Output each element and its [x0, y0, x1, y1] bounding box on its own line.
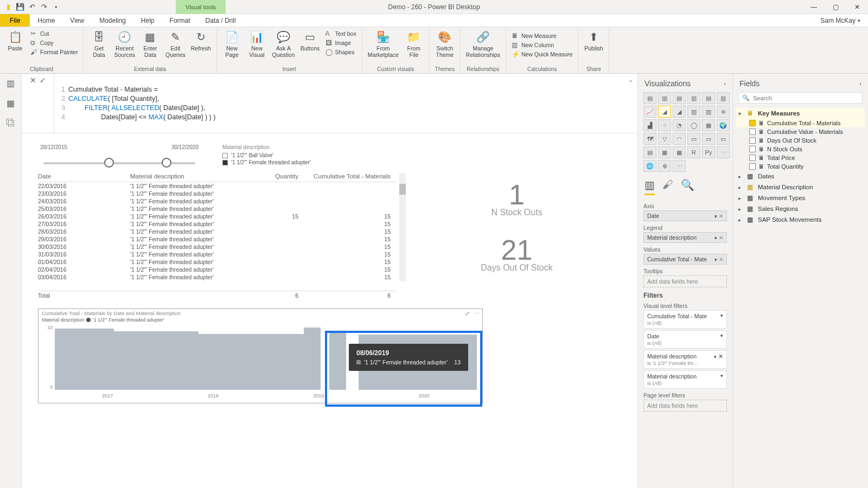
user-account[interactable]: Sam McKay▾ [813, 14, 868, 27]
tooltips-drop-zone[interactable]: Add data fields here [643, 275, 727, 287]
formula-expand-icon[interactable]: ⌄ [624, 74, 637, 133]
measure-days-out[interactable]: 🖩Days Out Of Stock [736, 136, 865, 145]
focus-mode-icon[interactable]: ⤢ [465, 310, 470, 317]
axis-field-chip[interactable]: Date▾ ✕ [643, 210, 727, 221]
remove-values-icon[interactable]: ✕ [719, 256, 723, 262]
viz-stacked-bar[interactable]: ▤ [643, 92, 656, 104]
table-key-measures[interactable]: ▾🖩Key Measures [736, 108, 865, 119]
table-row[interactable]: 24/03/2016'1 1/2"' Female threaded adupt… [38, 197, 396, 205]
copy-button[interactable]: ⧉Copy [28, 38, 80, 47]
slicer-thumb-right[interactable] [162, 158, 171, 168]
close-icon[interactable]: ✕ [846, 0, 868, 14]
fields-search-input[interactable] [753, 95, 859, 101]
format-tab-icon[interactable]: 🖌 [662, 178, 673, 195]
publish-button[interactable]: ⬆Publish [582, 28, 605, 53]
more-options-icon[interactable]: ⋯ [474, 310, 480, 317]
viz-line[interactable]: 📈 [643, 106, 656, 118]
save-icon[interactable]: 💾 [15, 2, 25, 12]
tab-file[interactable]: File [0, 14, 30, 27]
viz-area[interactable]: ◢ [658, 106, 671, 118]
slicer-thumb-left[interactable] [104, 158, 114, 168]
viz-slicer[interactable]: ▤ [643, 146, 656, 158]
viz-multi-card[interactable]: ▭ [702, 133, 715, 145]
fields-search[interactable]: 🔍 [738, 92, 863, 104]
viz-treemap[interactable]: ▦ [702, 119, 715, 131]
viz-more2[interactable]: ⋯ [673, 160, 686, 172]
table-row[interactable]: 25/03/2016'1 1/2"' Female threaded adupt… [38, 205, 396, 213]
table-row[interactable]: 31/03/2016'1 1/2"' Female threaded adupt… [38, 251, 396, 258]
measure-cumulative-value[interactable]: 🖩Cumulative Value - Materials [736, 127, 865, 136]
table-row[interactable]: 03/04/2016'1 1/2"' Female threaded adupt… [38, 273, 396, 281]
table-row[interactable]: 01/04/2016'1 1/2"' Female threaded adupt… [38, 258, 396, 266]
viz-line-column[interactable]: ▥ [687, 106, 700, 118]
viz-arcgis[interactable]: 🌐 [643, 160, 656, 172]
checkbox-icon[interactable] [749, 146, 756, 152]
undo-icon[interactable]: ↶ [27, 2, 37, 12]
col-date[interactable]: Date [38, 173, 130, 179]
viz-waterfall[interactable]: ▟ [643, 119, 656, 131]
formula-editor[interactable]: 1Cumulative Total - Materials = 2CALCULA… [54, 74, 624, 133]
shapes-button[interactable]: ◯Shapes [323, 48, 359, 56]
values-field-chip[interactable]: Cumulative Total - Mate▾ ✕ [643, 254, 727, 265]
filter-material-2[interactable]: Material description▾is (All) [643, 370, 727, 389]
viz-donut[interactable]: ◯ [687, 119, 700, 131]
table-dates[interactable]: ▸▦Dates [736, 171, 865, 182]
measure-total-quantity[interactable]: 🖩Total Quantity [736, 162, 865, 171]
image-button[interactable]: 🖼Image [323, 38, 359, 47]
tab-modeling[interactable]: Modeling [92, 14, 133, 27]
refresh-button[interactable]: ↻Refresh [189, 28, 213, 53]
viz-pie[interactable]: ◔ [673, 119, 686, 131]
table-visual[interactable]: Date Material description Quantity Cumul… [38, 173, 396, 299]
manage-relationships-button[interactable]: 🔗Manage Relationships [464, 28, 502, 59]
table-material-description[interactable]: ▸▦Material Description [736, 182, 865, 192]
viz-clustered-column[interactable]: ▥ [687, 92, 700, 104]
table-row[interactable]: 26/03/2016'1 1/2"' Female threaded adupt… [38, 213, 396, 220]
switch-theme-button[interactable]: 🎨Switch Theme [433, 28, 457, 59]
col-material[interactable]: Material description [130, 173, 250, 179]
checkbox-icon[interactable] [749, 155, 756, 161]
measure-total-price[interactable]: 🖩Total Price [736, 153, 865, 162]
viz-ribbon[interactable]: ≋ [717, 106, 730, 118]
legend-item-2[interactable]: '1 1/2"' Female threaded adupter' [231, 159, 311, 165]
model-view-icon[interactable]: ⿻ [7, 118, 15, 128]
new-measure-button[interactable]: 🖩New Measure [509, 31, 575, 40]
viz-scatter[interactable]: ⁘ [658, 119, 671, 131]
fields-tab-icon[interactable]: ▥ [644, 178, 655, 195]
viz-r[interactable]: R [687, 146, 700, 158]
viz-kpi[interactable]: ▭ [717, 133, 730, 145]
col-cumulative[interactable]: Cumulative Total - Materials [298, 173, 391, 179]
viz-more1[interactable]: ⋯ [717, 146, 730, 158]
tab-format[interactable]: Format [162, 14, 198, 27]
viz-py[interactable]: Py [702, 146, 715, 158]
viz-clustered-bar[interactable]: ▤ [673, 92, 686, 104]
new-visual-button[interactable]: 📊New Visual [245, 28, 269, 59]
checkbox-icon[interactable] [749, 137, 756, 144]
viz-100-column[interactable]: ▥ [717, 92, 730, 104]
remove-legend-icon[interactable]: ✕ [719, 235, 723, 241]
formula-cancel-icon[interactable]: ✕ [30, 76, 36, 85]
tab-data-drill[interactable]: Data / Drill [198, 14, 244, 27]
remove-axis-icon[interactable]: ✕ [719, 213, 723, 219]
table-row[interactable]: 23/03/2016'1 1/2"' Female threaded adupt… [38, 190, 396, 197]
tab-view[interactable]: View [62, 14, 92, 27]
enter-data-button[interactable]: ▦Enter Data [138, 28, 162, 59]
format-painter-button[interactable]: 🖌Format Painter [28, 48, 80, 56]
table-row[interactable]: 27/03/2016'1 1/2"' Female threaded adupt… [38, 220, 396, 228]
viz-filled-map[interactable]: 🗺 [643, 133, 656, 145]
table-sales-regions[interactable]: ▸▦Sales Regions [736, 203, 865, 214]
checkbox-icon[interactable] [749, 163, 756, 170]
viz-funnel[interactable]: ▽ [658, 133, 671, 145]
checkbox-checked-icon[interactable] [749, 120, 756, 126]
edit-queries-button[interactable]: ✎Edit Queries [163, 28, 188, 59]
viz-line-column2[interactable]: ▥ [702, 106, 715, 118]
from-file-button[interactable]: 📁From File [402, 28, 426, 59]
legend-item-1[interactable]: '1 1/2"' Ball Valve' [231, 152, 273, 158]
viz-card[interactable]: ▭ [687, 133, 700, 145]
date-slicer[interactable]: 28/12/201530/12/2020 [38, 144, 201, 164]
table-row[interactable]: 28/03/2016'1 1/2"' Female threaded adupt… [38, 228, 396, 235]
filter-material-1[interactable]: Material description▾ ✕is '1 1/2"' Femal… [643, 350, 727, 369]
recent-sources-button[interactable]: 🕘Recent Sources [112, 28, 137, 59]
area-chart-visual[interactable]: ⤢ ⋯ Cumulative Total - Materials by Date… [38, 309, 483, 403]
tab-help[interactable]: Help [133, 14, 162, 27]
measure-n-stock-outs[interactable]: 🖩N Stock Outs [736, 145, 865, 153]
